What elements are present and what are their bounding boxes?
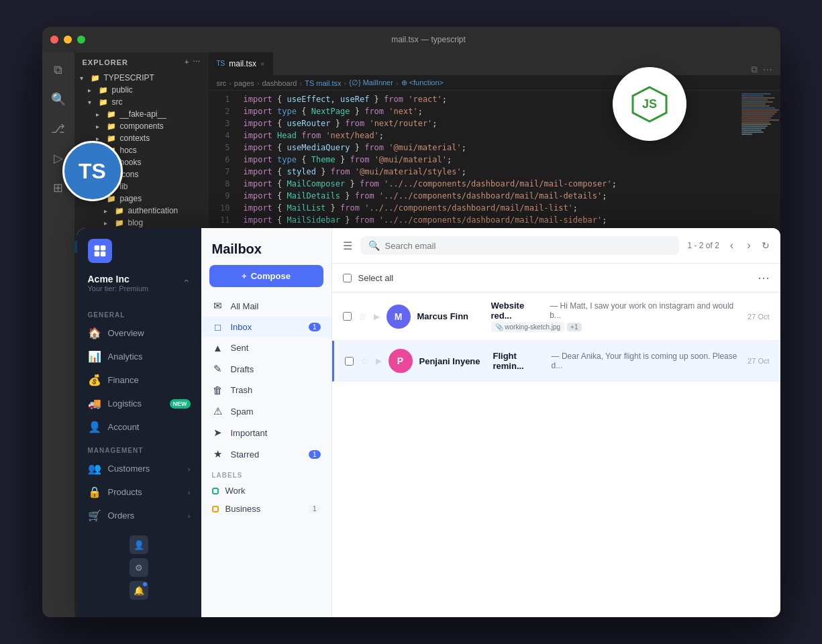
next-page-button[interactable]: › [744,238,753,253]
email-row[interactable]: ☆ ▶ P Penjani Inyene Flight remin... — D… [332,341,780,382]
tree-hooks[interactable]: ▸📁hooks [74,156,209,168]
close-button[interactable] [50,36,58,44]
tree-hocs[interactable]: ▸📁hocs [74,144,209,156]
svg-rect-4 [94,252,99,257]
mail-nav-drafts[interactable]: ✎ Drafts [201,358,331,380]
nav-finance[interactable]: 💰 Finance [77,368,201,392]
more-actions-button[interactable]: ⋯ [758,270,770,285]
business-badge: 1 [309,504,321,513]
tree-components[interactable]: ▸📁components [74,120,209,132]
tree-contexts[interactable]: ▸📁contexts [74,132,209,144]
tree-pages[interactable]: ▾📁pages [74,193,209,205]
email-forward-icon-0[interactable]: ▶ [374,312,380,321]
user-settings-icon[interactable]: 👤 [130,535,148,554]
drafts-icon: ✎ [212,363,224,375]
spam-label: Spam [231,407,321,417]
nav-analytics[interactable]: 📊 Analytics [77,345,201,368]
nav-customers[interactable]: 👥 Customers › [77,457,201,480]
settings-icon[interactable]: ⚙ [130,558,148,577]
company-row[interactable]: Acme Inc Your tier: Premium ⌃ [88,274,191,292]
search-icon[interactable]: 🔍 [46,87,70,111]
prev-page-button[interactable]: ‹ [727,238,736,253]
nav-account[interactable]: 👤 Account [77,415,201,439]
work-label-text: Work [225,486,246,496]
mac-window: mail.tsx — typescript ⧉ 🔍 ⎇ ▷ ⊞ EXPLORER… [42,27,780,617]
email-meta-0: 27 Oct [748,313,769,321]
account-icon: 👤 [88,421,101,433]
explorer-icon[interactable]: ⧉ [46,58,70,82]
nav-orders[interactable]: 🛒 Orders › [77,504,201,527]
nav-products[interactable]: 🔒 Products › [77,480,201,504]
tree-public[interactable]: ▸📁public [74,84,209,96]
mail-nav-inbox[interactable]: □ Inbox 1 [201,317,331,337]
mail-nav-spam[interactable]: ⚠ Spam [201,400,331,422]
breadcrumb-dashboard: dashboard [262,79,297,87]
search-input[interactable] [385,241,672,251]
tab-mail-tsx[interactable]: TS mail.tsx × [209,52,274,75]
products-icon: 🔒 [88,486,101,498]
tree-authentication[interactable]: ▸📁authentication [74,205,209,217]
finance-icon: 💰 [88,374,101,386]
mail-nav-important[interactable]: ➤ Important [201,422,331,443]
mail-nav-starred[interactable]: ★ Starred 1 [201,443,331,465]
logo-icon [88,239,112,263]
select-all-checkbox[interactable] [343,274,352,282]
pagination-info: 1 - 2 of 2 [687,241,719,250]
tree-fake-api[interactable]: ▸📁__fake-api__ [74,108,209,120]
mail-nav-trash[interactable]: 🗑 Trash [201,380,331,400]
maximize-button[interactable] [77,36,85,44]
compose-plus-icon: + [242,271,247,281]
orders-icon: 🛒 [88,509,101,522]
email-star-icon-0[interactable]: ☆ [358,311,367,322]
breadcrumb-pages: pages [234,79,254,87]
label-business[interactable]: Business 1 [201,500,331,518]
mail-list-header: ☰ 🔍 1 - 2 of 2 ‹ › ↻ [332,228,780,264]
more-actions-icon[interactable]: ⋯ [763,64,772,75]
email-subject-1: Flight remin... [493,351,548,371]
tree-lib[interactable]: ▸📁lib [74,180,209,193]
company-info: Acme Inc Your tier: Premium ⌃ [77,274,201,303]
minimize-button[interactable] [64,36,72,44]
source-control-icon[interactable]: ⎇ [46,117,70,141]
business-label-text: Business [225,504,302,514]
business-label-dot [212,506,219,513]
sender-avatar-0: M [387,305,411,329]
email-forward-icon-1[interactable]: ▶ [376,356,382,366]
trash-label: Trash [231,385,321,395]
mail-nav-sent[interactable]: ▲ Sent [201,337,331,358]
notification-icon[interactable]: 🔔 [130,581,148,600]
tree-icons[interactable]: ▸📁icons [74,168,209,180]
traffic-lights [50,36,85,44]
mail-list: ☰ 🔍 1 - 2 of 2 ‹ › ↻ Select all ⋯ [332,228,780,617]
orders-chevron-icon: › [188,512,191,520]
email-star-icon-1[interactable]: ☆ [360,356,369,366]
compose-button[interactable]: + Compose [209,265,323,287]
nav-overview[interactable]: 🏠 Overview [77,321,201,345]
new-file-icon[interactable]: + [185,58,189,66]
new-folder-icon[interactable]: ⋯ [193,58,201,66]
hamburger-icon[interactable]: ☰ [343,239,352,252]
tab-close-icon[interactable]: × [260,60,264,68]
tree-typescript[interactable]: ▾📁TYPESCRIPT [74,72,209,84]
email-preview-1: — Dear Anika, Your flight is coming up s… [552,352,741,370]
label-work[interactable]: Work [201,482,331,500]
starred-badge: 1 [309,450,321,459]
tree-src[interactable]: ▾📁src [74,96,209,108]
mail-nav-all-mail[interactable]: ✉ All Mail [201,295,331,317]
important-icon: ➤ [212,427,224,439]
email-checkbox-0[interactable] [343,312,352,321]
breadcrumb: src › pages › dashboard › TS mail.tsx › … [209,76,780,91]
email-meta-1: 27 Oct [748,357,769,365]
email-row[interactable]: ☆ ▶ M Marcus Finn Website red... — Hi Ma… [332,292,780,341]
tree-blog[interactable]: ▸📁blog [74,217,209,229]
refresh-button[interactable]: ↻ [762,240,770,251]
starred-icon: ★ [212,448,224,460]
search-icon: 🔍 [368,240,380,251]
email-badge-0: +1 [567,323,581,331]
email-checkbox-1[interactable] [345,357,354,366]
debug-icon[interactable]: ▷ [46,146,70,170]
nav-analytics-label: Analytics [108,352,191,362]
extensions-icon[interactable]: ⊞ [46,176,70,200]
nav-logistics[interactable]: 🚚 Logistics NEW [77,392,201,415]
split-editor-icon[interactable]: ⧉ [751,64,758,75]
